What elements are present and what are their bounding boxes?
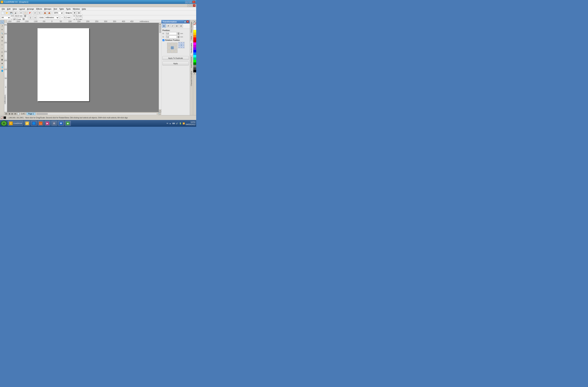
tab-skew[interactable]: ⊘ xyxy=(179,24,183,28)
width-up-btn[interactable]: ▲ xyxy=(24,15,26,16)
tool-rectangle[interactable]: □ xyxy=(0,43,4,46)
swatch-purple[interactable] xyxy=(193,45,196,47)
menu-window[interactable]: Window xyxy=(72,7,81,10)
color-no-fill[interactable] xyxy=(193,22,196,25)
drawing-canvas[interactable] xyxy=(7,23,159,112)
swatch-gray[interactable] xyxy=(193,65,196,67)
tool-bucket[interactable]: 🪣 xyxy=(0,69,4,73)
units-select[interactable]: millimetersinchespixels xyxy=(45,16,59,19)
pos-tr[interactable] xyxy=(174,43,177,46)
open-button[interactable]: 📂 xyxy=(5,11,9,15)
relative-position-checkbox[interactable] xyxy=(163,39,165,41)
minimize-button[interactable]: ─ xyxy=(185,0,188,3)
swatch-teal[interactable] xyxy=(193,57,196,60)
tab-insert-character[interactable]: Insert Character xyxy=(190,55,193,69)
zoom-select[interactable]: 100%50%200% xyxy=(53,11,63,15)
tray-arrow[interactable]: ▲ xyxy=(169,122,171,125)
swatch-cyan[interactable] xyxy=(193,55,196,57)
tab-rotate[interactable]: ↺ xyxy=(166,24,170,28)
tool-subselect[interactable]: ↗ xyxy=(0,24,4,28)
undo-button[interactable]: ↩ xyxy=(33,11,37,15)
portrait-button[interactable]: ▯ xyxy=(28,16,32,20)
tab-transformation[interactable]: Transformation xyxy=(190,41,193,55)
palette-down-btn[interactable]: ▼ xyxy=(193,72,196,75)
next-page-button[interactable]: ▶ xyxy=(11,113,14,115)
inner-min-button[interactable]: ─ xyxy=(187,4,190,7)
tool-table[interactable]: ▦ xyxy=(0,58,4,61)
tool-circle[interactable]: ○ xyxy=(0,46,4,50)
palette-up-btn[interactable]: ▲ xyxy=(193,20,196,22)
new-button[interactable]: 📄 xyxy=(1,11,5,15)
pos-mc[interactable] xyxy=(171,46,174,49)
tool-zoom[interactable]: 🔍 xyxy=(0,32,4,35)
swatch-white[interactable] xyxy=(193,25,196,27)
menu-layout[interactable]: Layout xyxy=(18,7,26,10)
swatch-violet[interactable] xyxy=(193,47,196,50)
swatch-magenta[interactable] xyxy=(193,42,196,45)
fill-color-indicator[interactable] xyxy=(1,116,3,119)
tray-battery[interactable]: 🔋 xyxy=(179,122,182,125)
first-page-button[interactable]: ⏮ xyxy=(5,113,7,115)
tab-hints[interactable]: Hints xyxy=(190,34,193,41)
h-input[interactable] xyxy=(166,32,177,35)
h-scroll-thumb[interactable] xyxy=(37,113,48,115)
prev-page-button[interactable]: ◀ xyxy=(8,113,11,115)
tray-clock[interactable]: 14:51 04/03/2012 xyxy=(186,121,195,126)
maximize-button[interactable]: □ xyxy=(189,0,192,3)
swatch-orange[interactable] xyxy=(193,35,196,38)
menu-view[interactable]: View xyxy=(12,7,18,10)
outline-color-indicator[interactable] xyxy=(3,116,6,119)
swatch-darkred[interactable] xyxy=(193,40,196,42)
pos-bc[interactable] xyxy=(171,50,174,53)
menu-text[interactable]: Text xyxy=(52,7,58,10)
menu-table[interactable]: Table xyxy=(58,7,65,10)
v-down-btn[interactable]: ▼ xyxy=(177,37,180,38)
swatch-red[interactable] xyxy=(193,38,196,40)
apply-to-duplicate-button[interactable]: Apply To Duplicate xyxy=(163,56,189,60)
tab-scale[interactable]: ⤢ xyxy=(170,24,174,28)
pos-mr[interactable] xyxy=(174,46,177,49)
redo-button[interactable]: ↪ xyxy=(38,11,41,15)
vertical-scrollbar[interactable]: ▲ ▼ xyxy=(159,23,161,112)
taskbar-media[interactable]: ▶ xyxy=(44,121,50,126)
tray-volume[interactable]: 🔊 xyxy=(175,122,178,125)
menu-arrange[interactable]: Arrange xyxy=(26,7,35,10)
swatch-blue[interactable] xyxy=(193,50,196,52)
inner-max-button[interactable]: □ xyxy=(190,4,193,7)
menu-tools[interactable]: Tools xyxy=(65,7,72,10)
h-up-btn[interactable]: ▲ xyxy=(177,32,180,34)
add-page-button[interactable]: 📄 xyxy=(17,113,20,115)
tool-polygon[interactable]: ⬡ xyxy=(0,50,4,54)
tool-select[interactable]: ↖ xyxy=(0,20,4,24)
tab-position[interactable]: ⊕ xyxy=(162,24,166,28)
panel-close-button[interactable]: ✕ xyxy=(187,20,189,23)
tool-fill[interactable]: ◈ xyxy=(0,61,4,65)
swatch-black[interactable] xyxy=(193,70,196,72)
v-up-btn[interactable]: ▲ xyxy=(177,36,180,37)
taskbar-firefox[interactable]: 🦊 xyxy=(38,121,44,126)
tool-pencil[interactable]: ✒ xyxy=(0,39,4,43)
tool-pan[interactable]: ✚ xyxy=(0,35,4,39)
swatch-green[interactable] xyxy=(193,60,196,62)
inner-close-button[interactable]: ✕ xyxy=(193,4,195,7)
taskbar-coreldraw[interactable]: C CorelDRAW xyxy=(8,121,23,126)
taskbar-folder[interactable]: 📁 xyxy=(24,121,30,126)
tab-object-manager[interactable]: Object Manager xyxy=(190,20,193,34)
import-button[interactable]: 📥 xyxy=(43,11,47,15)
horizontal-scrollbar[interactable] xyxy=(37,113,157,115)
nudge-input[interactable] xyxy=(64,16,71,19)
pos-bl[interactable] xyxy=(167,50,170,53)
swatch-gold[interactable] xyxy=(193,32,196,35)
tool-dropper[interactable]: 💧 xyxy=(0,65,4,69)
pos-tl[interactable] xyxy=(167,43,170,46)
zoom-fit-button[interactable]: 🔍 xyxy=(158,113,161,115)
last-page-button[interactable]: ⏭ xyxy=(14,113,17,115)
tab-character-formatting[interactable]: Character Formatting xyxy=(190,69,193,87)
tab-size[interactable]: ⊡ xyxy=(175,24,179,28)
page-width-input[interactable] xyxy=(14,14,24,18)
taskbar-browser[interactable]: 🌐 xyxy=(31,121,37,126)
paste-button[interactable]: 📌 xyxy=(28,11,32,15)
menu-bitmaps[interactable]: Bitmaps xyxy=(43,7,52,10)
grid-x-input[interactable] xyxy=(75,14,83,18)
start-button[interactable]: ⊞ xyxy=(1,121,7,126)
